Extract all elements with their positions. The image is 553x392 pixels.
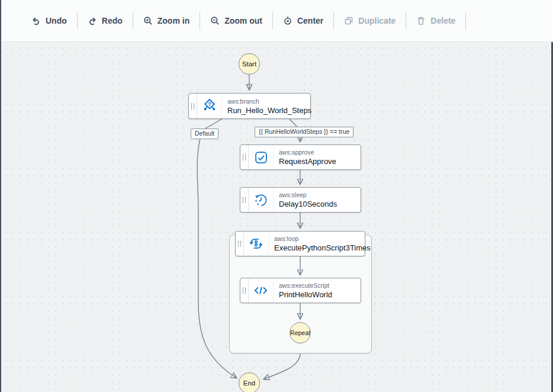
zoom-in-label: Zoom in (157, 16, 189, 25)
svg-text:?: ? (207, 101, 211, 107)
step-node-delay10seconds[interactable]: aws:sleep Delay10Seconds (240, 187, 361, 213)
zoom-out-button[interactable]: Zoom out (200, 12, 272, 29)
step-node-run-hello-world-steps[interactable]: ? aws:branch Run_Hello_World_Steps (188, 93, 311, 119)
condition-branch-label: {{ RunHelloWorldSteps }} == true (255, 127, 353, 137)
delete-icon (416, 16, 426, 25)
start-label: Start (242, 60, 256, 68)
edge-branch-to-condition-label (290, 119, 297, 127)
zoom-out-icon (210, 16, 220, 25)
step-text: aws:executeScript PrintHelloWorld (274, 278, 337, 303)
step-name: RequestApprove (279, 156, 336, 166)
center-icon (283, 16, 292, 25)
duplicate-label: Duplicate (358, 16, 396, 25)
edge-default-to-end (197, 139, 236, 378)
repeat-label: Repeat (290, 329, 310, 336)
step-text: aws:loop ExecutePythonScript3Times (269, 232, 375, 256)
step-type: aws:executeScript (279, 281, 332, 290)
drag-handle-icon[interactable] (236, 232, 244, 256)
drag-handle-icon[interactable] (240, 278, 249, 303)
duplicate-button[interactable]: Duplicate (334, 12, 406, 29)
step-node-printhelloworld[interactable]: aws:executeScript PrintHelloWorld (240, 278, 361, 303)
delete-button[interactable]: Delete (406, 12, 465, 29)
editor-toolbar: Undo Redo (0, 0, 553, 42)
redo-label: Redo (102, 16, 123, 25)
drag-handle-icon[interactable] (189, 94, 197, 118)
redo-button[interactable]: Redo (78, 12, 133, 29)
step-name: ExecutePythonScript3Times (274, 243, 371, 253)
step-type: aws:approve (279, 148, 336, 156)
branch-icon: ? (197, 94, 222, 118)
step-type: aws:branch (227, 97, 311, 105)
zoom-out-label: Zoom out (224, 16, 262, 25)
center-button[interactable]: Center (273, 12, 333, 29)
step-node-executepythonscript3times[interactable]: aws:loop ExecutePythonScript3Times (235, 231, 365, 256)
sleep-icon (249, 188, 274, 212)
undo-label: Undo (46, 16, 67, 25)
grip-lines (191, 103, 194, 110)
step-name: Run_Hello_World_Steps (227, 105, 311, 115)
step-node-requestapprove[interactable]: aws:approve RequestApprove (240, 144, 361, 170)
end-label: End (243, 380, 255, 387)
duplicate-icon (344, 16, 353, 25)
edge-loop-exit-to-end (264, 354, 300, 379)
automation-flow-editor: Undo Redo (0, 0, 553, 392)
toolbar-divider (465, 12, 466, 30)
step-name: PrintHelloWorld (279, 290, 332, 300)
code-icon (249, 278, 274, 303)
zoom-in-button[interactable]: Zoom in (133, 12, 200, 29)
grip-lines (238, 240, 241, 247)
edge-branch-to-default-label (205, 119, 222, 128)
drag-handle-icon[interactable] (240, 188, 249, 212)
approve-icon (249, 145, 274, 169)
drag-handle-icon[interactable] (240, 145, 249, 169)
loop-icon (244, 232, 269, 256)
end-node: End (239, 372, 260, 392)
grip-lines (243, 197, 246, 203)
repeat-node: Repeat (290, 322, 311, 343)
step-text: aws:sleep Delay10Seconds (274, 188, 342, 212)
redo-icon (88, 16, 97, 25)
grip-lines (243, 287, 246, 294)
start-node: Start (239, 53, 260, 75)
default-branch-label: Default (191, 128, 218, 139)
step-text: aws:branch Run_Hello_World_Steps (222, 94, 316, 118)
undo-button[interactable]: Undo (21, 12, 77, 29)
zoom-in-icon (143, 16, 153, 25)
grip-lines (243, 154, 246, 160)
undo-icon (31, 16, 41, 25)
flow-canvas[interactable]: Start Repeat End Default {{ RunHelloWorl… (0, 42, 553, 392)
left-panel-edge (0, 0, 1, 392)
center-label: Center (297, 16, 323, 25)
step-type: aws:loop (274, 234, 371, 243)
step-type: aws:sleep (279, 191, 337, 199)
step-text: aws:approve RequestApprove (274, 145, 341, 169)
step-name: Delay10Seconds (279, 199, 337, 209)
delete-label: Delete (430, 16, 455, 25)
